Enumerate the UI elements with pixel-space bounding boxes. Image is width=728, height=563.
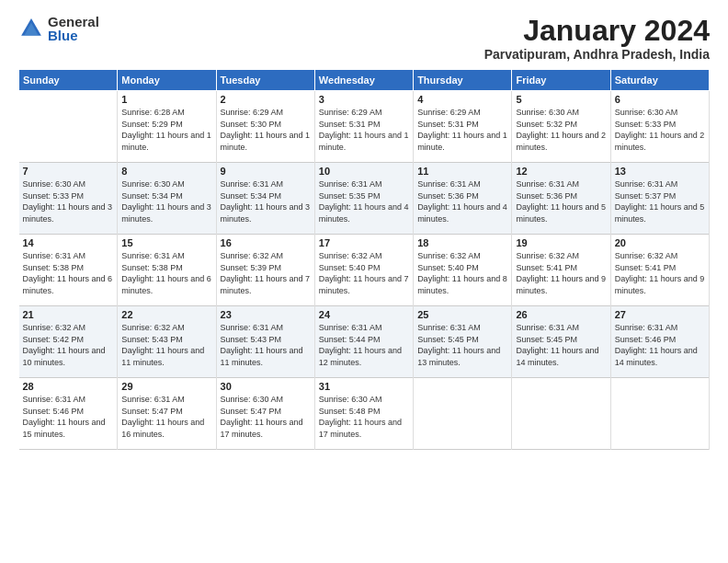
day-info: Sunrise: 6:31 AMSunset: 5:43 PMDaylight:… <box>221 323 303 367</box>
day-number: 3 <box>319 94 409 105</box>
day-info: Sunrise: 6:31 AMSunset: 5:36 PMDaylight:… <box>516 179 606 224</box>
day-info: Sunrise: 6:30 AMSunset: 5:34 PMDaylight:… <box>121 179 211 224</box>
day-info: Sunrise: 6:29 AMSunset: 5:31 PMDaylight:… <box>417 108 507 152</box>
day-number: 26 <box>516 309 606 320</box>
day-number: 9 <box>221 166 311 177</box>
week-row-2: 14Sunrise: 6:31 AMSunset: 5:38 PMDayligh… <box>19 235 710 306</box>
logo-general: General <box>48 15 99 29</box>
day-cell <box>610 378 709 450</box>
day-cell: 9Sunrise: 6:31 AMSunset: 5:34 PMDaylight… <box>216 163 314 235</box>
day-info: Sunrise: 6:32 AMSunset: 5:40 PMDaylight:… <box>417 251 507 295</box>
col-header-monday: Monday <box>118 70 216 91</box>
col-header-friday: Friday <box>512 70 610 91</box>
col-header-thursday: Thursday <box>414 70 512 91</box>
day-cell: 26Sunrise: 6:31 AMSunset: 5:45 PMDayligh… <box>512 306 610 378</box>
day-number: 28 <box>23 381 114 392</box>
day-cell: 3Sunrise: 6:29 AMSunset: 5:31 PMDaylight… <box>314 91 413 163</box>
day-cell: 2Sunrise: 6:29 AMSunset: 5:30 PMDaylight… <box>216 91 314 163</box>
day-info: Sunrise: 6:32 AMSunset: 5:41 PMDaylight:… <box>615 251 705 295</box>
day-cell: 22Sunrise: 6:32 AMSunset: 5:43 PMDayligh… <box>118 306 216 378</box>
day-cell: 12Sunrise: 6:31 AMSunset: 5:36 PMDayligh… <box>512 163 610 235</box>
day-number: 19 <box>516 237 606 248</box>
day-cell: 6Sunrise: 6:30 AMSunset: 5:33 PMDaylight… <box>610 91 709 163</box>
day-info: Sunrise: 6:29 AMSunset: 5:31 PMDaylight:… <box>319 108 409 152</box>
day-info: Sunrise: 6:32 AMSunset: 5:42 PMDaylight:… <box>23 323 106 367</box>
day-cell: 17Sunrise: 6:32 AMSunset: 5:40 PMDayligh… <box>314 235 413 306</box>
day-info: Sunrise: 6:32 AMSunset: 5:41 PMDaylight:… <box>516 251 606 295</box>
day-cell: 31Sunrise: 6:30 AMSunset: 5:48 PMDayligh… <box>314 378 413 450</box>
day-number: 16 <box>221 237 311 248</box>
month-title: January 2024 <box>484 15 710 47</box>
day-cell: 19Sunrise: 6:32 AMSunset: 5:41 PMDayligh… <box>512 235 610 306</box>
day-info: Sunrise: 6:31 AMSunset: 5:45 PMDaylight:… <box>516 323 598 367</box>
logo: General Blue <box>18 15 99 42</box>
logo-text: General Blue <box>48 15 99 42</box>
day-cell: 10Sunrise: 6:31 AMSunset: 5:35 PMDayligh… <box>314 163 413 235</box>
day-info: Sunrise: 6:31 AMSunset: 5:46 PMDaylight:… <box>615 323 698 367</box>
day-cell: 20Sunrise: 6:32 AMSunset: 5:41 PMDayligh… <box>610 235 709 306</box>
col-header-tuesday: Tuesday <box>216 70 314 91</box>
title-block: January 2024 Parvatipuram, Andhra Prades… <box>484 15 710 62</box>
day-info: Sunrise: 6:31 AMSunset: 5:44 PMDaylight:… <box>319 323 402 367</box>
day-cell: 14Sunrise: 6:31 AMSunset: 5:38 PMDayligh… <box>19 235 118 306</box>
day-number: 10 <box>319 166 409 177</box>
day-number: 21 <box>23 309 114 320</box>
day-info: Sunrise: 6:29 AMSunset: 5:30 PMDaylight:… <box>221 108 311 152</box>
col-header-wednesday: Wednesday <box>314 70 413 91</box>
col-header-sunday: Sunday <box>19 70 118 91</box>
logo-icon <box>18 16 44 41</box>
day-cell: 21Sunrise: 6:32 AMSunset: 5:42 PMDayligh… <box>19 306 118 378</box>
day-cell: 27Sunrise: 6:31 AMSunset: 5:46 PMDayligh… <box>610 306 709 378</box>
day-info: Sunrise: 6:31 AMSunset: 5:35 PMDaylight:… <box>319 179 409 224</box>
day-info: Sunrise: 6:31 AMSunset: 5:37 PMDaylight:… <box>615 179 705 224</box>
day-cell: 15Sunrise: 6:31 AMSunset: 5:38 PMDayligh… <box>118 235 216 306</box>
day-info: Sunrise: 6:31 AMSunset: 5:38 PMDaylight:… <box>121 251 211 295</box>
week-row-4: 28Sunrise: 6:31 AMSunset: 5:46 PMDayligh… <box>19 378 710 450</box>
day-number: 1 <box>121 94 211 105</box>
week-row-0: 1Sunrise: 6:28 AMSunset: 5:29 PMDaylight… <box>19 91 710 163</box>
day-number: 5 <box>516 94 606 105</box>
day-number: 13 <box>615 166 705 177</box>
day-cell <box>512 378 610 450</box>
day-cell: 11Sunrise: 6:31 AMSunset: 5:36 PMDayligh… <box>414 163 512 235</box>
logo-blue: Blue <box>48 29 99 42</box>
day-cell: 25Sunrise: 6:31 AMSunset: 5:45 PMDayligh… <box>414 306 512 378</box>
day-number: 23 <box>221 309 311 320</box>
day-cell: 4Sunrise: 6:29 AMSunset: 5:31 PMDaylight… <box>414 91 512 163</box>
day-number: 2 <box>221 94 311 105</box>
day-number: 8 <box>121 166 211 177</box>
day-number: 31 <box>319 381 409 392</box>
day-number: 17 <box>319 237 409 248</box>
day-number: 15 <box>121 237 211 248</box>
day-cell: 29Sunrise: 6:31 AMSunset: 5:47 PMDayligh… <box>118 378 216 450</box>
day-cell <box>19 91 118 163</box>
col-header-saturday: Saturday <box>610 70 709 91</box>
week-row-1: 7Sunrise: 6:30 AMSunset: 5:33 PMDaylight… <box>19 163 710 235</box>
day-cell: 28Sunrise: 6:31 AMSunset: 5:46 PMDayligh… <box>19 378 118 450</box>
day-cell: 23Sunrise: 6:31 AMSunset: 5:43 PMDayligh… <box>216 306 314 378</box>
day-info: Sunrise: 6:31 AMSunset: 5:47 PMDaylight:… <box>121 395 204 439</box>
day-info: Sunrise: 6:31 AMSunset: 5:46 PMDaylight:… <box>23 395 106 439</box>
day-cell: 1Sunrise: 6:28 AMSunset: 5:29 PMDaylight… <box>118 91 216 163</box>
page: General Blue January 2024 Parvatipuram, … <box>0 0 728 563</box>
day-number: 7 <box>23 166 114 177</box>
day-cell <box>414 378 512 450</box>
day-number: 18 <box>417 237 507 248</box>
day-info: Sunrise: 6:31 AMSunset: 5:45 PMDaylight:… <box>417 323 500 367</box>
day-cell: 16Sunrise: 6:32 AMSunset: 5:39 PMDayligh… <box>216 235 314 306</box>
location: Parvatipuram, Andhra Pradesh, India <box>484 47 710 62</box>
day-number: 4 <box>417 94 507 105</box>
day-cell: 8Sunrise: 6:30 AMSunset: 5:34 PMDaylight… <box>118 163 216 235</box>
day-info: Sunrise: 6:30 AMSunset: 5:48 PMDaylight:… <box>319 395 402 439</box>
day-info: Sunrise: 6:32 AMSunset: 5:40 PMDaylight:… <box>319 251 409 295</box>
day-info: Sunrise: 6:30 AMSunset: 5:33 PMDaylight:… <box>615 108 705 152</box>
day-number: 6 <box>615 94 705 105</box>
header: General Blue January 2024 Parvatipuram, … <box>18 15 710 62</box>
day-number: 29 <box>121 381 211 392</box>
day-info: Sunrise: 6:28 AMSunset: 5:29 PMDaylight:… <box>121 108 211 152</box>
week-row-3: 21Sunrise: 6:32 AMSunset: 5:42 PMDayligh… <box>19 306 710 378</box>
day-cell: 24Sunrise: 6:31 AMSunset: 5:44 PMDayligh… <box>314 306 413 378</box>
day-info: Sunrise: 6:31 AMSunset: 5:34 PMDaylight:… <box>221 179 311 224</box>
day-info: Sunrise: 6:30 AMSunset: 5:33 PMDaylight:… <box>23 179 113 224</box>
day-info: Sunrise: 6:30 AMSunset: 5:47 PMDaylight:… <box>221 395 303 439</box>
